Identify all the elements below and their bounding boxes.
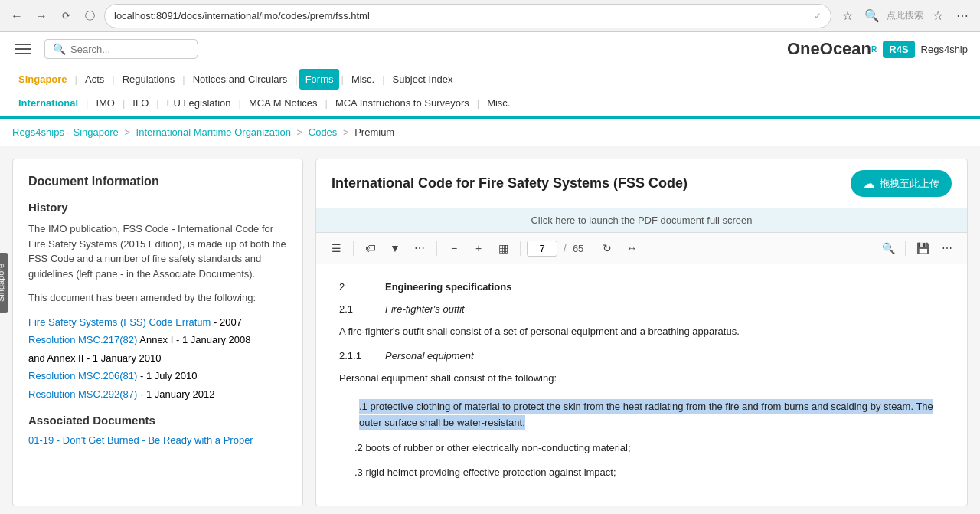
search-button[interactable]: 🔍 [862,6,882,26]
main-content: Document Information History The IMO pub… [0,146,980,514]
hamburger-line-3 [15,53,31,54]
upload-btn-label: 拖拽至此上传 [880,177,939,191]
history-title: History [28,201,287,214]
nav-subject-index[interactable]: Subject Index [387,69,459,90]
nav-forms[interactable]: Forms [299,69,340,90]
section-211-num: 2.1.1 [339,349,370,365]
refresh-icon: ✓ [814,11,822,21]
r4s-badge: R4S [883,41,914,58]
address-bar[interactable]: localhost:8091/docs/international/imo/co… [104,4,831,28]
section-2-title: Engineering specifications [385,280,511,296]
regs4ship-label: Regs4ship [921,44,968,55]
nav-mca-surveyors[interactable]: MCA Instructions to Surveyors [329,93,475,113]
search-bar[interactable]: 🔍 [44,39,198,59]
search-placeholder-text: 点此搜索 [887,9,923,22]
bookmark-star-button[interactable]: ☆ [838,6,858,26]
header-top: 🔍 OneOceanR R4S Regs4ship [0,32,980,66]
right-panel: International Code for Fire Safety Syste… [315,159,968,506]
pdf-toolbar: ☰ 🏷 ▼ ⋯ − + ▦ 7 / 65 ↻ ↔ 🔍 💾 ⋯ [316,233,967,264]
forward-button[interactable]: → [32,7,51,25]
app-header: 🔍 OneOceanR R4S Regs4ship Singapore | Ac… [0,32,980,119]
associated-docs-title: Associated Documents [28,414,287,427]
search-icon: 🔍 [53,43,66,55]
url-text: localhost:8091/docs/international/imo/co… [114,10,809,21]
fit-page-button[interactable]: ▦ [492,237,514,259]
hamburger-line-2 [15,48,31,50]
pdf-title: International Code for Fire Safety Syste… [332,175,841,192]
oneocean-text: OneOcean [787,39,871,59]
breadcrumb-link-imo[interactable]: International Maritime Organization [136,126,291,138]
breadcrumb-bar: Regs4ships - Singapore > International M… [0,119,980,146]
nav-acts[interactable]: Acts [79,69,110,90]
browser-actions: ☆ 🔍 点此搜索 ☆ ⋯ [838,6,972,26]
fit-width-button[interactable]: ↔ [621,237,642,259]
breadcrumb-current: Premium [354,126,394,138]
nav-international-label[interactable]: International [12,93,84,113]
more-options-button[interactable]: ⋯ [409,237,430,259]
zoom-out-button[interactable]: − [443,237,465,259]
more-button[interactable]: ⋯ [952,6,972,26]
page-number-input[interactable]: 7 [527,241,557,257]
nav-singapore-label[interactable]: Singapore [12,69,74,90]
para-2: Personal equipment shall consist of the … [339,371,944,387]
para-1: A fire-fighter's outfit shall consist of… [339,324,944,340]
nav-misc-sg[interactable]: Misc. [345,69,381,90]
hamburger-menu-button[interactable] [12,37,37,61]
browser-chrome: ← → ⟳ ⓘ localhost:8091/docs/internationa… [0,0,980,32]
singapore-side-tab[interactable]: Singapore [0,253,8,313]
nav-row-international: International | IMO | ILO | EU Legislati… [0,90,980,116]
oneocean-logo[interactable]: OneOceanR [787,39,877,59]
left-panel: Document Information History The IMO pub… [12,159,303,506]
reload-button[interactable]: ⟳ [57,7,75,25]
amendment-link-2[interactable]: Resolution MSC.217(82) [28,334,137,345]
amendment-1: Fire Safety Systems (FSS) Code Erratum -… [28,315,287,330]
save-pdf-button[interactable]: 💾 [912,237,933,259]
upload-button[interactable]: ☁ 拖拽至此上传 [851,170,952,197]
nav-notices-circulars[interactable]: Notices and Circulars [187,69,294,90]
pdf-more-button[interactable]: ⋯ [936,237,958,259]
oneocean-badge: R [871,45,877,54]
item-1-text: .1 protective clothing of material to pr… [359,399,933,430]
bookmark-dropdown[interactable]: ▼ [384,237,406,259]
section-2-num: 2 [339,280,370,296]
section-21-num: 2.1 [339,302,370,318]
search-pdf-button[interactable]: 🔍 [877,237,899,259]
breadcrumb-link-regs4ships[interactable]: Regs4ships - Singapore [12,126,119,138]
breadcrumb-link-codes[interactable]: Codes [309,126,338,138]
amendment-3: and Annex II - 1 January 2010 [28,351,287,366]
section-21-row: 2.1 Fire-fighter's outfit [339,302,944,318]
amendment-5: Resolution MSC.292(87) - 1 January 2012 [28,387,287,402]
pdf-fullscreen-bar[interactable]: Click here to launch the PDF document fu… [316,208,967,233]
history-para2: This document has been amended by the fo… [28,290,287,306]
info-button[interactable]: ⓘ [81,8,98,25]
rotate-button[interactable]: ↻ [596,237,618,259]
toc-button[interactable]: ☰ [325,237,347,259]
page-total: 65 [573,243,583,254]
nav-misc-int[interactable]: Misc. [481,93,516,113]
amendment-link-1[interactable]: Fire Safety Systems (FSS) Code Erratum [28,316,211,328]
amendment-4: Resolution MSC.206(81) - 1 July 2010 [28,368,287,384]
nav-regulations[interactable]: Regulations [116,69,181,90]
header-logos: OneOceanR R4S Regs4ship [787,39,968,59]
amendment-link-4[interactable]: Resolution MSC.206(81) [28,370,137,381]
search-input[interactable] [70,44,199,55]
pdf-content[interactable]: 2 Engineering specifications 2.1 Fire-fi… [316,264,967,506]
associated-item-1: 01-19 - Don't Get Burned - Be Ready with… [28,434,287,446]
nav-mca-notices[interactable]: MCA M Notices [243,93,324,113]
nav-eu-legislation[interactable]: EU Legislation [161,93,237,113]
nav-imo[interactable]: IMO [90,93,121,113]
hamburger-line-1 [15,44,31,45]
nav-row-singapore: Singapore | Acts | Regulations | Notices… [0,66,980,90]
bookmark-button[interactable]: 🏷 [360,237,381,259]
breadcrumb: Regs4ships - Singapore > International M… [12,126,968,138]
back-button[interactable]: ← [8,7,26,25]
amendment-2: Resolution MSC.217(82) Annex I - 1 Janua… [28,332,287,348]
amendment-link-5[interactable]: Resolution MSC.292(87) [28,388,137,400]
zoom-in-button[interactable]: + [468,237,489,259]
favorite-button[interactable]: ☆ [928,6,948,26]
doc-info-title: Document Information [28,175,287,188]
associated-link-1[interactable]: 01-19 - Don't Get Burned - Be Ready with… [28,434,253,446]
history-para1: The IMO publication, FSS Code - Internat… [28,221,287,281]
section-211-row: 2.1.1 Personal equipment [339,349,944,365]
nav-ilo[interactable]: ILO [126,93,155,113]
